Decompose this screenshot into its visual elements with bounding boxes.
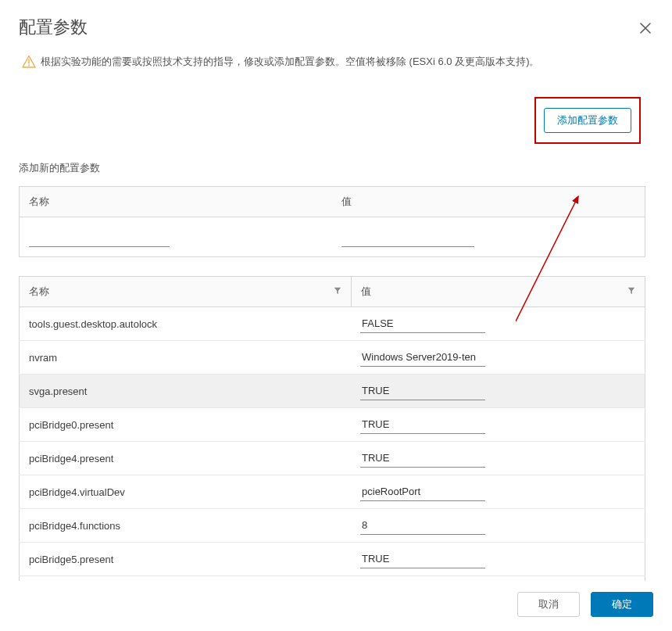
add-new-param-section-title: 添加新的配置参数 — [19, 161, 645, 175]
table-row[interactable]: svga.present — [20, 375, 645, 408]
param-value-cell — [351, 475, 645, 509]
dialog-body: 根据实验功能的需要或按照技术支持的指导，修改或添加配置参数。空值将被移除 (ES… — [0, 52, 672, 581]
warning-text: 根据实验功能的需要或按照技术支持的指导，修改或添加配置参数。空值将被移除 (ES… — [41, 55, 539, 69]
param-value-cell — [351, 307, 645, 341]
param-value-cell — [351, 341, 645, 375]
param-name-cell: pciBridge4.present — [20, 442, 352, 475]
param-name-cell: tools.guest.desktop.autolock — [20, 307, 352, 341]
param-name-cell: pciBridge4.functions — [20, 509, 352, 543]
close-icon[interactable] — [636, 19, 655, 38]
config-params-table: 名称 值 tools.guest.desktop. — [19, 276, 645, 581]
table-row[interactable]: pciBridge4.functions — [20, 509, 645, 543]
param-value-cell — [351, 375, 645, 408]
cancel-button[interactable]: 取消 — [517, 592, 580, 617]
param-name-cell: pciBridge4.virtualDev — [20, 475, 352, 509]
ok-button[interactable]: 确定 — [591, 592, 653, 617]
param-value-input[interactable] — [360, 314, 485, 333]
warning-icon — [22, 55, 36, 69]
param-value-input[interactable] — [360, 482, 485, 501]
table-row[interactable]: pciBridge4.present — [20, 442, 645, 475]
warning-row: 根据实验功能的需要或按照技术支持的指导，修改或添加配置参数。空值将被移除 (ES… — [19, 52, 645, 80]
new-param-name-input[interactable] — [29, 228, 170, 247]
table-row[interactable]: nvram — [20, 341, 645, 375]
param-name-cell: nvram — [20, 341, 352, 375]
new-value-header: 值 — [332, 187, 645, 217]
add-config-param-button[interactable]: 添加配置参数 — [544, 108, 631, 133]
table-value-header-label: 值 — [361, 285, 371, 297]
param-name-cell: svga.present — [20, 375, 352, 408]
table-name-header: 名称 — [20, 277, 352, 307]
new-param-table: 名称 值 — [19, 186, 645, 257]
dialog-body-scroll[interactable]: 根据实验功能的需要或按照技术支持的指导，修改或添加配置参数。空值将被移除 (ES… — [19, 52, 653, 581]
param-value-cell — [351, 408, 645, 442]
param-value-cell — [351, 442, 645, 475]
table-row[interactable]: pciBridge4.virtualDev — [20, 475, 645, 509]
table-value-header: 值 — [351, 277, 645, 307]
dialog-footer: 取消 确定 — [0, 581, 672, 631]
filter-icon[interactable] — [627, 286, 635, 297]
table-row[interactable]: pciBridge5.present — [20, 543, 645, 576]
table-row[interactable]: pciBridge0.present — [20, 408, 645, 442]
param-value-cell — [351, 543, 645, 576]
filter-icon[interactable] — [334, 286, 341, 297]
table-name-header-label: 名称 — [29, 285, 49, 297]
param-value-input[interactable] — [360, 382, 485, 400]
param-value-cell — [351, 509, 645, 543]
svg-point-1 — [28, 65, 30, 66]
add-param-button-wrap: 添加配置参数 — [19, 80, 645, 152]
param-name-cell: pciBridge5.present — [20, 543, 352, 576]
dialog-title: 配置参数 — [19, 16, 653, 39]
annotation-highlight: 添加配置参数 — [534, 97, 641, 144]
dialog-header: 配置参数 — [0, 0, 672, 52]
param-value-input[interactable] — [360, 449, 485, 468]
param-value-input[interactable] — [360, 550, 485, 568]
new-name-header: 名称 — [20, 187, 333, 217]
param-value-input[interactable] — [360, 415, 485, 434]
table-row[interactable]: tools.guest.desktop.autolock — [20, 307, 645, 341]
new-param-value-input[interactable] — [341, 228, 474, 247]
config-params-dialog: 配置参数 根据实验功能的需要或按照技术支持的指导，修改或添加配置参数。空值将被移… — [0, 0, 672, 631]
new-param-row — [20, 217, 645, 257]
param-value-input[interactable] — [360, 348, 485, 367]
param-name-cell: pciBridge0.present — [20, 408, 352, 442]
param-value-input[interactable] — [360, 516, 485, 535]
